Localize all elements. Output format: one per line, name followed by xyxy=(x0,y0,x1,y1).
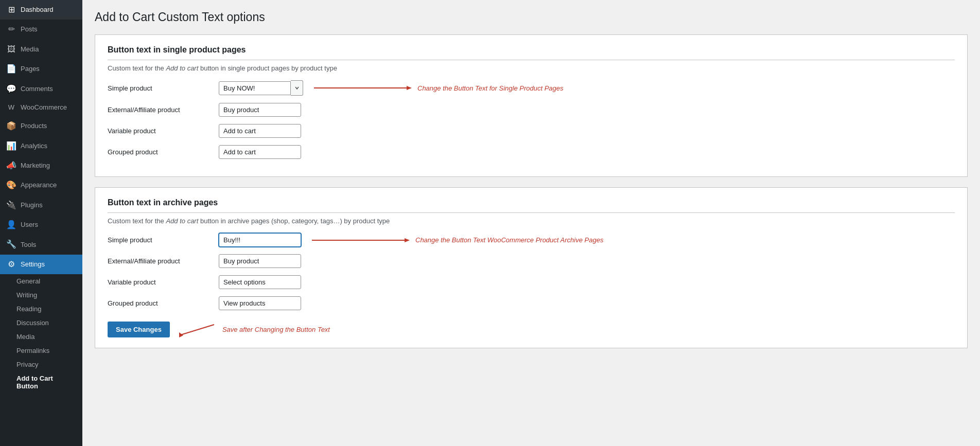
simple-product-archive-label: Simple product xyxy=(108,236,211,244)
sidebar-item-dashboard[interactable]: ⊞ Dashboard xyxy=(0,0,82,20)
sidebar-item-appearance[interactable]: 🎨 Appearance xyxy=(0,175,82,195)
variable-product-archive-row: Variable product xyxy=(108,275,955,289)
archive-annotation: Change the Button Text WooCommerce Produ… xyxy=(309,235,603,245)
plugins-icon: 🔌 xyxy=(6,200,16,211)
external-product-archive-row: External/Affiliate product xyxy=(108,254,955,268)
submenu-permalinks[interactable]: Permalinks xyxy=(0,344,82,358)
save-annotation-text: Save after Changing the Button Text xyxy=(222,326,330,333)
simple-product-single-input-wrapper xyxy=(219,80,303,96)
variable-product-single-label: Variable product xyxy=(108,127,211,135)
sidebar-item-products[interactable]: 📦 Products xyxy=(0,116,82,136)
simple-product-archive-input[interactable] xyxy=(219,233,301,247)
sidebar-item-pages[interactable]: 📄 Pages xyxy=(0,59,82,79)
save-annotation: Save after Changing the Button Text xyxy=(178,322,330,337)
sidebar-item-users[interactable]: 👤 Users xyxy=(0,215,82,235)
analytics-icon: 📊 xyxy=(6,140,16,152)
arrow-up-left-icon xyxy=(178,322,219,337)
grouped-product-single-label: Grouped product xyxy=(108,148,211,156)
single-section-heading: Button text in single product pages xyxy=(108,45,955,60)
users-icon: 👤 xyxy=(6,219,16,230)
sidebar-item-marketing[interactable]: 📣 Marketing xyxy=(0,156,82,175)
external-product-single-row: External/Affiliate product xyxy=(108,103,955,117)
single-product-section: Button text in single product pages Cust… xyxy=(95,34,968,177)
grouped-product-single-row: Grouped product xyxy=(108,145,955,159)
woocommerce-icon: W xyxy=(6,103,16,112)
sidebar-item-woocommerce[interactable]: W WooCommerce xyxy=(0,99,82,116)
external-product-archive-label: External/Affiliate product xyxy=(108,257,211,265)
external-product-single-label: External/Affiliate product xyxy=(108,106,211,114)
single-section-desc: Custom text for the Add to cart button i… xyxy=(108,64,955,72)
variable-product-single-input[interactable] xyxy=(219,124,301,138)
external-product-archive-input[interactable] xyxy=(219,254,301,268)
archive-annotation-text: Change the Button Text WooCommerce Produ… xyxy=(415,236,603,244)
variable-product-archive-label: Variable product xyxy=(108,278,211,286)
sidebar-item-settings[interactable]: ⚙ Settings xyxy=(0,255,82,274)
submenu-privacy[interactable]: Privacy xyxy=(0,358,82,371)
sidebar-item-posts[interactable]: ✏ Posts xyxy=(0,20,82,39)
simple-product-single-input[interactable] xyxy=(219,81,291,95)
marketing-icon: 📣 xyxy=(6,160,16,171)
pages-icon: 📄 xyxy=(6,63,16,75)
submenu-reading[interactable]: Reading xyxy=(0,302,82,316)
svg-marker-5 xyxy=(179,332,183,337)
grouped-product-archive-input[interactable] xyxy=(219,296,301,310)
simple-product-single-btn[interactable] xyxy=(291,80,303,96)
sidebar-item-tools[interactable]: 🔧 Tools xyxy=(0,235,82,254)
variable-product-archive-input[interactable] xyxy=(219,275,301,289)
arrow-right-archive-icon xyxy=(309,235,412,245)
grouped-product-archive-label: Grouped product xyxy=(108,299,211,307)
svg-marker-3 xyxy=(405,238,410,242)
submenu-add-to-cart[interactable]: Add to Cart Button xyxy=(0,371,82,393)
sidebar: ⊞ Dashboard ✏ Posts 🖼 Media 📄 Pages 💬 Co… xyxy=(0,0,82,446)
grouped-product-archive-row: Grouped product xyxy=(108,296,955,310)
submenu-discussion[interactable]: Discussion xyxy=(0,316,82,330)
svg-marker-1 xyxy=(407,86,412,90)
products-icon: 📦 xyxy=(6,120,16,132)
tools-icon: 🔧 xyxy=(6,239,16,250)
submenu-media-sub[interactable]: Media xyxy=(0,330,82,344)
dashboard-icon: ⊞ xyxy=(6,4,16,15)
svg-line-4 xyxy=(181,325,214,335)
posts-icon: ✏ xyxy=(6,24,16,35)
external-product-single-input[interactable] xyxy=(219,103,301,117)
chevron-down-icon xyxy=(294,85,300,91)
sidebar-item-plugins[interactable]: 🔌 Plugins xyxy=(0,195,82,215)
submenu-general[interactable]: General xyxy=(0,274,82,288)
save-changes-button[interactable]: Save Changes xyxy=(108,322,170,337)
simple-product-single-label: Simple product xyxy=(108,84,211,92)
arrow-right-icon xyxy=(311,83,414,93)
settings-icon: ⚙ xyxy=(6,259,16,270)
sidebar-item-media[interactable]: 🖼 Media xyxy=(0,40,82,59)
appearance-icon: 🎨 xyxy=(6,180,16,191)
submenu-writing[interactable]: Writing xyxy=(0,288,82,302)
sidebar-item-analytics[interactable]: 📊 Analytics xyxy=(0,136,82,156)
archive-product-section: Button text in archive pages Custom text… xyxy=(95,187,968,348)
variable-product-single-row: Variable product xyxy=(108,124,955,138)
sidebar-item-comments[interactable]: 💬 Comments xyxy=(0,79,82,99)
media-icon: 🖼 xyxy=(6,44,16,55)
grouped-product-single-input[interactable] xyxy=(219,145,301,159)
archive-section-heading: Button text in archive pages xyxy=(108,198,955,213)
main-content: Add to Cart Custom Text options Button t… xyxy=(82,0,980,446)
archive-section-desc: Custom text for the Add to cart button i… xyxy=(108,217,955,225)
single-annotation-text: Change the Button Text for Single Produc… xyxy=(417,84,564,92)
page-title: Add to Cart Custom Text options xyxy=(95,10,968,24)
comments-icon: 💬 xyxy=(6,83,16,95)
save-row: Save Changes Save after Changing the But… xyxy=(108,317,955,337)
single-annotation: Change the Button Text for Single Produc… xyxy=(311,83,564,93)
